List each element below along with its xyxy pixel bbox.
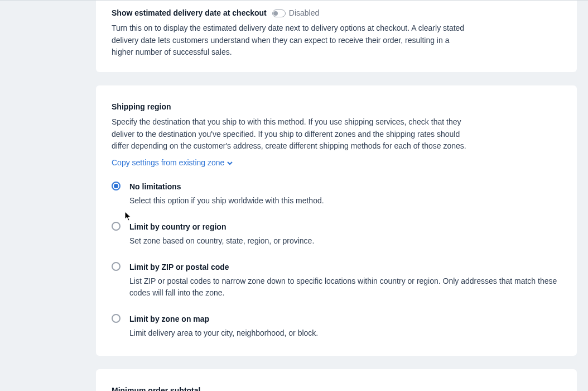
copy-settings-label: Copy settings from existing zone <box>112 157 224 169</box>
shipping-region-title: Shipping region <box>112 101 561 113</box>
option-limit-by-country[interactable]: Limit by country or region Set zone base… <box>112 221 561 247</box>
chevron-down-icon <box>226 160 233 166</box>
option-desc: Select this option if you ship worldwide… <box>129 195 561 207</box>
option-no-limitations[interactable]: No limitations Select this option if you… <box>112 181 561 207</box>
shipping-region-description: Specify the destination that you ship to… <box>112 116 469 152</box>
option-limit-by-zip[interactable]: Limit by ZIP or postal code List ZIP or … <box>112 261 561 299</box>
delivery-date-description: Turn this on to display the estimated de… <box>112 22 469 59</box>
delivery-date-toggle[interactable]: Disabled <box>272 7 319 19</box>
option-desc: Limit delivery area to your city, neighb… <box>129 327 561 339</box>
option-title: No limitations <box>129 181 561 193</box>
min-subtotal-title: Minimum order subtotal <box>112 385 561 391</box>
min-subtotal-card: Minimum order subtotal Specify the order… <box>96 369 577 391</box>
option-desc: Set zone based on country, state, region… <box>129 235 561 247</box>
radio-icon <box>112 222 121 231</box>
delivery-date-title: Show estimated delivery date at checkout <box>112 7 267 19</box>
delivery-date-card: Show estimated delivery date at checkout… <box>96 1 577 72</box>
radio-icon <box>112 314 121 323</box>
toggle-off-icon <box>272 9 286 17</box>
toggle-state-label: Disabled <box>289 7 319 19</box>
copy-settings-link[interactable]: Copy settings from existing zone <box>112 157 233 169</box>
radio-icon <box>112 262 121 271</box>
option-limit-by-map[interactable]: Limit by zone on map Limit delivery area… <box>112 313 561 339</box>
option-title: Limit by zone on map <box>129 313 561 325</box>
option-title: Limit by country or region <box>129 221 561 233</box>
settings-content: Show estimated delivery date at checkout… <box>96 1 577 391</box>
radio-icon <box>112 182 121 190</box>
option-title: Limit by ZIP or postal code <box>129 261 561 273</box>
shipping-region-options: No limitations Select this option if you… <box>112 181 561 339</box>
shipping-region-card: Shipping region Specify the destination … <box>96 85 577 356</box>
option-desc: List ZIP or postal codes to narrow zone … <box>129 275 561 299</box>
